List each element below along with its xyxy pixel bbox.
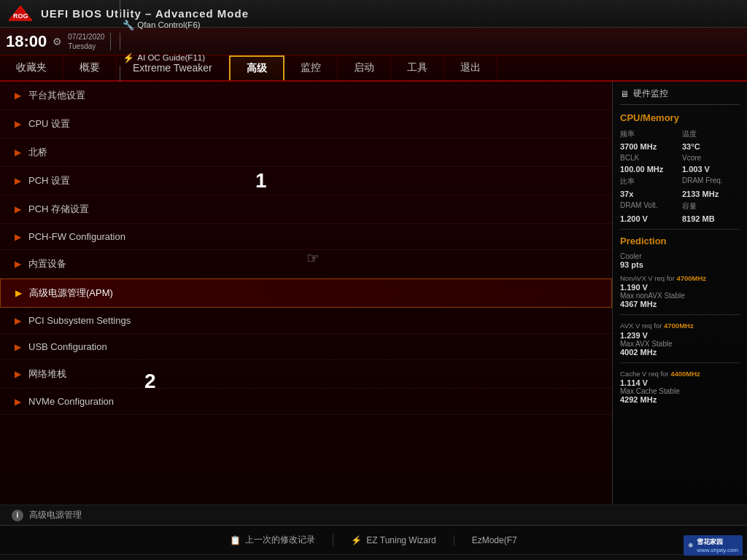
menu-item-builtin[interactable]: ▶内置设备: [0, 250, 612, 279]
watermark: ❄ 雪花家园 www.xhjaty.com: [684, 535, 743, 556]
menu-item-pch-fw[interactable]: ▶PCH-FW Configuration: [0, 224, 612, 250]
nav-item-exit[interactable]: 退出: [444, 55, 498, 80]
settings-icon[interactable]: ⚙: [53, 36, 62, 47]
arrow-icon: ▶: [15, 369, 21, 379]
clock-display: 18:00: [6, 32, 47, 51]
menu-item-cpu-settings[interactable]: ▶CPU 设置: [0, 110, 612, 139]
menu-item-label: CPU 设置: [28, 117, 70, 131]
pred-val1-0: 1.190 V: [620, 283, 648, 292]
hardware-monitor-sidebar: 🖥 硬件监控 CPU/Memory 频率温度3700 MHz33°CBCLKVc…: [612, 82, 747, 505]
arrow-icon: ▶: [15, 397, 21, 407]
pred-val1-2: 1.114 V: [620, 378, 648, 387]
arrow-icon: ▶: [15, 204, 21, 214]
pred-freq-0: 4700MHz: [676, 274, 706, 282]
stat-key-2: BCLK: [620, 154, 678, 162]
status-item-last-change[interactable]: 📋上一次的修改记录: [212, 534, 333, 546]
pred-key2-1: Max AVX Stable: [620, 340, 740, 348]
status-label-ez-tuning: EZ Tuning Wizard: [366, 535, 436, 545]
nav-item-tools[interactable]: 工具: [391, 55, 444, 80]
cpu-memory-label: CPU/Memory: [620, 112, 740, 123]
status-item-ez-tuning[interactable]: ⚡EZ Tuning Wizard: [333, 535, 454, 545]
stat-val-4: 37x: [620, 190, 678, 198]
pred-key2-2: Max Cache Stable: [620, 387, 740, 395]
stat-val-3: 1.003 V: [682, 165, 740, 174]
menu-item-label: PCH 存储设置: [28, 203, 89, 216]
arrow-icon: ▶: [15, 147, 21, 158]
status-label-last-change: 上一次的修改记录: [245, 534, 315, 546]
nav-item-extreme-tweaker[interactable]: Extreme Tweaker: [117, 55, 229, 80]
date-display: 07/21/2020 Tuesday: [68, 32, 104, 51]
arrow-icon: ▶: [15, 232, 21, 242]
prediction-row-0: NonAVX V req for 4700MHz1.190 VMax nonAV…: [620, 273, 740, 308]
status-label-ezmode: EzMode(F7: [472, 535, 517, 545]
menu-item-platform-settings[interactable]: ▶平台其他设置: [0, 82, 612, 110]
pred-divider: [620, 362, 740, 363]
pred-label-1: AVX V req for 4700MHz: [620, 321, 740, 330]
menu-item-label: 内置设备: [28, 257, 66, 271]
toolbar-item-qfan[interactable]: 🔧Qfan Control(F6): [117, 18, 215, 33]
stat-val-7: 8192 MB: [682, 214, 740, 223]
prediction-row-2: Cache V req for 4400MHz1.114 VMax Cache …: [620, 369, 740, 404]
arrow-icon: ▶: [15, 176, 21, 186]
pred-vals-2: 1.114 V: [620, 378, 740, 387]
menu-item-label: 北桥: [28, 146, 47, 159]
arrow-icon: ▶: [15, 119, 21, 129]
menu-item-label: PCH 设置: [28, 174, 70, 187]
rog-logo: ROG: [7, 4, 34, 23]
sidebar-title-text: 硬件监控: [633, 88, 668, 100]
menu-item-nvme[interactable]: ▶NVMe Configuration: [0, 389, 612, 415]
stat-key-1: 温度: [682, 129, 740, 139]
toolbar: 18:00 ⚙ 07/21/2020 Tuesday 🌐简体中文⭐MyFavor…: [0, 28, 747, 55]
stat-val-5: 2133 MHz: [682, 190, 740, 198]
toolbar-separator: [120, 0, 120, 18]
pred-vals-1: 1.239 V: [620, 331, 740, 340]
header-bar: ROG UEFI BIOS Utility – Advanced Mode: [0, 0, 747, 28]
status-bar: 📋上一次的修改记录⚡EZ Tuning WizardEzMode(F7: [0, 525, 747, 554]
pred-label-2: Cache V req for 4400MHz: [620, 369, 740, 378]
nav-item-monitor[interactable]: 监控: [285, 55, 338, 80]
arrow-icon: ▶: [15, 342, 21, 352]
pred-freq-2: 4400MHz: [670, 370, 700, 378]
info-bar: i 高级电源管理: [0, 505, 747, 525]
menu-item-label: NVMe Configuration: [28, 396, 114, 407]
pred-val1-1: 1.239 V: [620, 331, 648, 340]
status-icon-ez-tuning: ⚡: [351, 535, 362, 545]
menu-item-network[interactable]: ▶网络堆栈: [0, 360, 612, 389]
menu-item-pch-storage[interactable]: ▶PCH 存储设置: [0, 195, 612, 224]
main-area: ▶平台其他设置▶CPU 设置▶北桥▶PCH 设置▶PCH 存储设置▶PCH-FW…: [0, 82, 747, 505]
nav-item-advanced[interactable]: 高级: [229, 55, 285, 80]
stat-key-0: 频率: [620, 129, 678, 139]
arrow-icon: ▶: [15, 316, 21, 326]
stat-key-7: 容量: [682, 201, 740, 211]
pred-divider: [620, 314, 740, 315]
arrow-icon: ▶: [15, 90, 21, 101]
pred-val2-1: 4002 MHz: [620, 348, 740, 357]
nav-item-boot[interactable]: 启动: [338, 55, 391, 80]
footer: Version 2.20.1271. Copyright (C) 2019 Am…: [0, 554, 747, 560]
nav-bar: 收藏夹概要Extreme Tweaker高级监控启动工具退出: [0, 55, 747, 82]
watermark-icon: ❄: [688, 542, 694, 549]
status-item-ezmode[interactable]: EzMode(F7: [454, 535, 535, 545]
stat-val-1: 33°C: [682, 142, 740, 151]
menu-item-label: 平台其他设置: [28, 89, 85, 102]
menu-item-pch-settings[interactable]: ▶PCH 设置: [0, 167, 612, 195]
stat-key-3: Vcore: [682, 154, 740, 162]
stat-key-6: DRAM Volt.: [620, 201, 678, 211]
menu-item-northbridge[interactable]: ▶北桥: [0, 139, 612, 167]
nav-item-favorites[interactable]: 收藏夹: [0, 55, 63, 80]
cooler-key: Cooler: [620, 252, 740, 260]
info-text: 高级电源管理: [29, 509, 82, 521]
menu-item-apm[interactable]: ▶高级电源管理(APM): [0, 279, 612, 308]
cooler-row: Cooler 93 pts: [620, 252, 740, 269]
menu-item-pci-subsystem[interactable]: ▶PCI Subsystem Settings: [0, 308, 612, 334]
toolbar-separator: [120, 33, 120, 50]
toolbar-separator: [110, 33, 111, 50]
menu-item-label: USB Configuration: [28, 341, 107, 352]
stat-key-5: DRAM Freq.: [682, 176, 740, 187]
nav-item-overview[interactable]: 概要: [63, 55, 117, 80]
menu-item-usb-config[interactable]: ▶USB Configuration: [0, 334, 612, 360]
menu-list: ▶平台其他设置▶CPU 设置▶北桥▶PCH 设置▶PCH 存储设置▶PCH-FW…: [0, 82, 612, 415]
pred-vals-0: 1.190 V: [620, 283, 740, 292]
stat-val-6: 1.200 V: [620, 214, 678, 223]
pred-val2-2: 4292 MHz: [620, 395, 740, 404]
